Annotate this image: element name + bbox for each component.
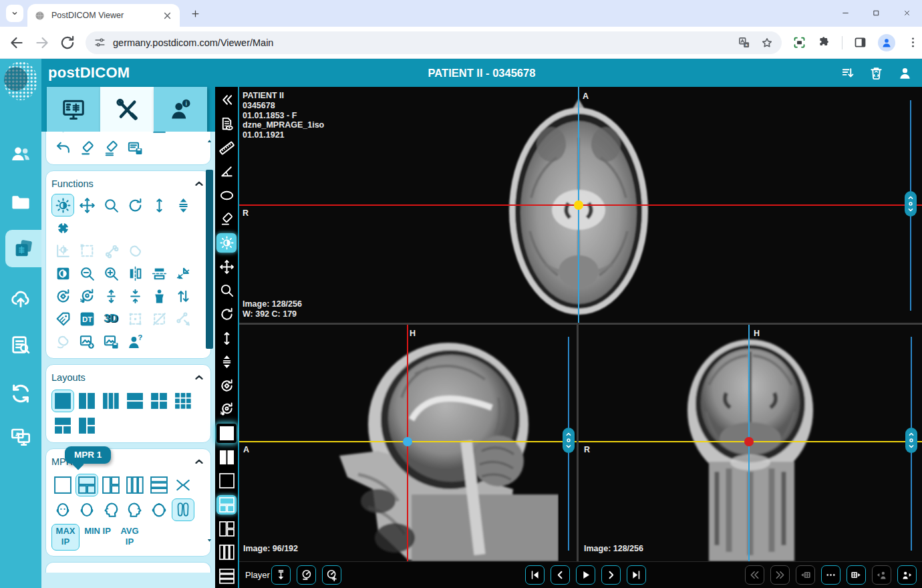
layout-2col-icon[interactable] (75, 390, 98, 412)
stack-scroll-icon[interactable] (172, 194, 194, 216)
stretch-vertical-icon[interactable] (216, 328, 237, 348)
undo-icon[interactable] (51, 136, 74, 159)
address-bar[interactable]: germany.postdicom.com/Viewer/Main a (86, 31, 782, 54)
first-image-button[interactable] (525, 565, 545, 585)
tab-tools[interactable] (100, 87, 154, 132)
delete-study-icon[interactable] (869, 65, 884, 81)
head-front-icon[interactable] (51, 498, 74, 521)
tag-icon[interactable] (51, 307, 74, 330)
sidebar-item-cloud-upload[interactable] (0, 279, 41, 317)
bookmark-star-icon[interactable] (760, 36, 774, 49)
back-icon[interactable] (8, 34, 25, 51)
sagittal-viewport[interactable]: H A Image: 96/192 (239, 325, 577, 561)
last-image-button[interactable] (627, 565, 646, 585)
flip-vertical-icon[interactable] (148, 262, 170, 285)
eraser-icon[interactable] (75, 136, 98, 159)
stack-scroll-icon[interactable] (216, 352, 237, 372)
measure-polyline-icon[interactable] (100, 132, 122, 136)
scrollbar-thumb[interactable] (206, 170, 213, 349)
tab-patient-info[interactable]: i (154, 87, 207, 132)
mpr-single-icon[interactable] (51, 474, 74, 496)
coronal-viewport[interactable]: H R Image: 128/256 (579, 325, 922, 561)
translate-icon[interactable]: a (738, 36, 751, 49)
layout-2col-icon[interactable] (216, 447, 237, 467)
report-view-icon[interactable] (216, 114, 237, 134)
menu-kebab-icon[interactable] (906, 35, 920, 49)
mpr-single-icon[interactable] (216, 471, 237, 491)
measure-line-icon[interactable] (75, 132, 98, 136)
angle-icon[interactable] (216, 162, 237, 182)
collapse-mpr-chevron[interactable] (193, 456, 205, 468)
pan-icon[interactable] (216, 257, 237, 277)
new-tab-button[interactable] (186, 5, 204, 22)
reload-icon[interactable] (59, 34, 76, 51)
mpr-classic-icon[interactable] (216, 495, 237, 515)
cine-direction-button[interactable] (271, 565, 291, 585)
reset-icon[interactable] (51, 285, 74, 307)
sidebar-item-worklist-search[interactable] (0, 326, 41, 363)
reset-window-icon[interactable] (216, 400, 237, 420)
window-level-icon[interactable] (216, 233, 237, 253)
next-patient-button[interactable] (897, 565, 917, 585)
pan-icon[interactable] (75, 194, 98, 216)
invert-icon[interactable] (51, 262, 74, 285)
head-back-icon[interactable] (75, 498, 98, 521)
mpr-3row-icon[interactable] (216, 567, 237, 587)
side-panel-icon[interactable] (853, 35, 867, 49)
sagittal-scroll-handle[interactable] (563, 428, 575, 453)
mpr-3row-icon[interactable] (148, 474, 170, 496)
stretch-vertical-icon[interactable] (148, 194, 170, 216)
save-annotations-icon[interactable] (124, 136, 146, 159)
more-options-button[interactable] (821, 565, 840, 585)
tab-close-icon[interactable] (162, 10, 173, 21)
layout-3col-icon[interactable] (100, 390, 122, 412)
coronal-crosshair-dot[interactable] (744, 437, 754, 446)
layout-2row-icon[interactable] (124, 390, 146, 412)
mpr-left-2right-icon[interactable] (216, 519, 237, 539)
fit-vertical-icon[interactable] (100, 285, 122, 307)
layout-1x1-icon[interactable] (51, 390, 74, 412)
sidebar-item-users[interactable] (0, 135, 41, 172)
panel-scrollbar[interactable] (205, 135, 214, 540)
collapse-functions-chevron[interactable] (193, 178, 205, 190)
mpr-classic-icon[interactable] (75, 474, 98, 496)
save-image-icon[interactable] (100, 330, 122, 353)
max-ip-button[interactable]: MAX IP (51, 524, 80, 551)
head-top-icon[interactable] (148, 498, 170, 521)
axial-crosshair-dot[interactable] (574, 200, 583, 210)
sidebar-item-folders[interactable] (0, 183, 41, 220)
mpr-3col-icon[interactable] (124, 474, 146, 496)
measure-freehand-icon[interactable] (124, 132, 146, 136)
flip-horizontal-icon[interactable] (124, 262, 146, 285)
browser-tab[interactable]: PostDICOM Viewer (27, 4, 180, 27)
head-profile-left-icon[interactable] (100, 498, 122, 521)
layout-1x1-active-icon[interactable] (216, 424, 237, 444)
window-close-button[interactable] (891, 0, 922, 25)
layout-1-2-right-icon[interactable] (75, 414, 98, 437)
mpr-oblique-icon[interactable] (172, 474, 194, 496)
window-maximize-button[interactable] (861, 0, 891, 25)
layout-3x3-icon[interactable] (172, 390, 194, 412)
rotate-icon[interactable] (216, 305, 237, 325)
mpr-left-2right-icon[interactable] (100, 474, 122, 496)
sort-queue-icon[interactable] (840, 65, 855, 81)
localizer-icon[interactable] (51, 216, 74, 239)
sidebar-item-studies[interactable] (5, 230, 41, 267)
window-level-icon[interactable] (51, 194, 74, 216)
volume-3d-icon[interactable]: 3D3D (100, 307, 122, 330)
axial-viewport[interactable]: PATIENT II 0345678 01.01.1853 - F dzne_M… (239, 87, 922, 323)
zoom-out-icon[interactable] (75, 262, 98, 285)
tab-display-settings[interactable] (47, 87, 100, 132)
rotate-icon[interactable] (124, 194, 146, 216)
extensions-puzzle-icon[interactable] (817, 35, 831, 49)
speed-increase-button[interactable] (322, 565, 341, 585)
tool-panel-scroll[interactable]: Functions DT3D3D? Layouts MPR 1 MPR (41, 132, 215, 588)
account-icon[interactable] (897, 65, 913, 81)
zoom-icon[interactable] (216, 281, 237, 301)
window-minimize-button[interactable] (830, 0, 861, 25)
flip-diagonal-icon[interactable] (172, 262, 194, 285)
eraser-icon[interactable] (216, 209, 237, 229)
url-text[interactable]: germany.postdicom.com/Viewer/Main (113, 37, 728, 48)
reset-window-icon[interactable] (75, 285, 98, 307)
min-ip-button[interactable]: MIN IP (84, 524, 112, 551)
